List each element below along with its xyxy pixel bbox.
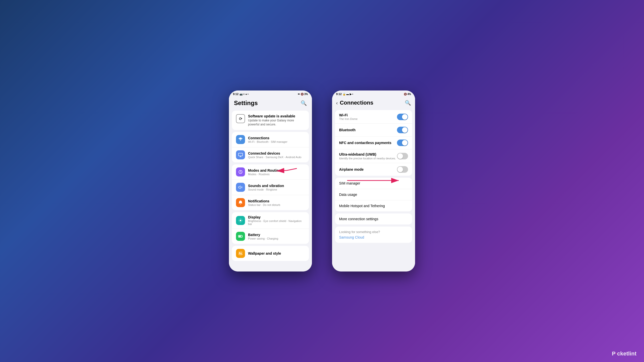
sim-manager-item[interactable]: SIM manager bbox=[335, 178, 412, 189]
signal-icon-right: 🔇 bbox=[404, 93, 407, 96]
notifications-title: Notifications bbox=[248, 199, 280, 203]
more-settings-group: More connection settings bbox=[335, 213, 412, 224]
uwb-item[interactable]: Ultra-wideband (UWB) Identify the precis… bbox=[335, 149, 412, 163]
hotspot-title: Mobile Hotspot and Tethering bbox=[339, 204, 408, 208]
airplane-text: Airplane mode bbox=[339, 167, 397, 171]
svg-rect-4 bbox=[239, 236, 241, 237]
svg-rect-0 bbox=[238, 153, 243, 156]
time-left: 9:12 bbox=[233, 93, 238, 96]
connections-header: ‹ Connections 🔍 bbox=[332, 97, 415, 108]
update-text: Software update is available Update to m… bbox=[248, 114, 305, 126]
connections-screen: ‹ Connections 🔍 Wi-Fi The Iron Dome bbox=[332, 97, 415, 272]
settings-item-modes[interactable]: Modes and Routines Modes · Routines bbox=[232, 164, 309, 180]
notifications-text: Notifications Status bar · Do not distur… bbox=[248, 199, 280, 206]
watermark-dot: · bbox=[616, 350, 617, 357]
wifi-toggle[interactable] bbox=[397, 114, 408, 120]
modes-title: Modes and Routines bbox=[248, 168, 283, 172]
status-time-left: 9:12 📷 ≡ ● • bbox=[233, 93, 249, 96]
bluetooth-text: Bluetooth bbox=[339, 128, 397, 132]
time-right: 9:12 bbox=[336, 93, 342, 96]
update-description: Update to make your Galaxy more powerful… bbox=[248, 119, 305, 126]
hotspot-item[interactable]: Mobile Hotspot and Tethering bbox=[335, 200, 412, 211]
bluetooth-item[interactable]: Bluetooth bbox=[335, 124, 412, 137]
status-bar-left: 9:12 📷 ≡ ● • ✏ 🔇 3% bbox=[229, 90, 312, 97]
display-title: Display bbox=[248, 215, 305, 219]
svg-point-2 bbox=[240, 219, 242, 221]
bluetooth-toggle[interactable] bbox=[397, 127, 408, 133]
status-icons-right: 🔒 ▬ ▶ • bbox=[343, 93, 353, 96]
nfc-toggle[interactable] bbox=[397, 140, 408, 146]
nfc-item[interactable]: NFC and contactless payments bbox=[335, 137, 412, 149]
settings-item-connections[interactable]: Connections Wi-Fi · Bluetooth · SIM mana… bbox=[232, 132, 309, 147]
airplane-toggle[interactable] bbox=[397, 166, 408, 173]
settings-item-battery[interactable]: Battery Power saving · Charging bbox=[232, 229, 309, 244]
settings-item-display[interactable]: Display Brightness · Eye comfort shield … bbox=[232, 212, 309, 229]
sim-manager-title: SIM manager bbox=[339, 181, 408, 185]
watermark: P·cketlint bbox=[612, 350, 636, 357]
more-settings-title: More connection settings bbox=[339, 217, 408, 221]
wifi-text: Wi-Fi The Iron Dome bbox=[339, 113, 397, 120]
back-button[interactable]: ‹ bbox=[336, 100, 338, 106]
samsung-cloud-link[interactable]: Samsung Cloud bbox=[339, 235, 408, 239]
wifi-subtitle: The Iron Dome bbox=[339, 117, 397, 120]
search-icon-left[interactable]: 🔍 bbox=[301, 100, 307, 106]
status-bar-right: 9:12 🔒 ▬ ▶ • 🔇 4% bbox=[332, 90, 415, 97]
uwb-text: Ultra-wideband (UWB) Identify the precis… bbox=[339, 152, 397, 160]
connections-text: Connections Wi-Fi · Bluetooth · SIM mana… bbox=[248, 136, 288, 143]
more-settings-item[interactable]: More connection settings bbox=[335, 213, 412, 224]
phone-connections: 9:12 🔒 ▬ ▶ • 🔇 4% ‹ Connections 🔍 bbox=[332, 90, 415, 272]
battery-right: 4% bbox=[408, 93, 411, 96]
uwb-toggle[interactable] bbox=[397, 153, 408, 159]
bluetooth-title: Bluetooth bbox=[339, 128, 397, 132]
wallpaper-icon bbox=[236, 249, 245, 258]
update-icon: ⟳ bbox=[236, 114, 245, 123]
battery-icon bbox=[236, 232, 245, 241]
looking-group: Looking for something else? Samsung Clou… bbox=[335, 227, 412, 243]
wifi-title: Wi-Fi bbox=[339, 113, 397, 117]
uwb-title: Ultra-wideband (UWB) bbox=[339, 152, 397, 156]
modes-subtitle: Modes · Routines bbox=[248, 173, 283, 176]
uwb-subtitle: Identify the precise location of nearby … bbox=[339, 157, 397, 160]
status-right-right: 🔇 4% bbox=[404, 93, 411, 96]
update-banner[interactable]: ⟳ Software update is available Update to… bbox=[232, 111, 309, 130]
notifications-icon bbox=[236, 198, 245, 207]
display-text: Display Brightness · Eye comfort shield … bbox=[248, 215, 305, 225]
update-title: Software update is available bbox=[248, 114, 305, 118]
settings-group-3: Display Brightness · Eye comfort shield … bbox=[232, 212, 309, 244]
modes-text: Modes and Routines Modes · Routines bbox=[248, 168, 283, 176]
airplane-item[interactable]: Airplane mode bbox=[335, 163, 412, 176]
settings-group-connections: Connections Wi-Fi · Bluetooth · SIM mana… bbox=[232, 132, 309, 162]
settings-title: Settings bbox=[234, 100, 258, 107]
settings-group-4: Wallpaper and style bbox=[232, 246, 309, 261]
wifi-item[interactable]: Wi-Fi The Iron Dome bbox=[335, 110, 412, 124]
svg-rect-5 bbox=[239, 252, 243, 255]
search-icon-right[interactable]: 🔍 bbox=[405, 100, 411, 106]
signal-icon: ✏ 🔇 bbox=[298, 93, 304, 96]
phone-settings: 9:12 📷 ≡ ● • ✏ 🔇 3% Settings 🔍 ⟳ bbox=[229, 90, 312, 272]
connected-devices-icon bbox=[236, 150, 245, 159]
settings-item-notifications[interactable]: Notifications Status bar · Do not distur… bbox=[232, 195, 309, 210]
data-usage-item[interactable]: Data usage bbox=[335, 189, 412, 200]
connections-title: Connections bbox=[248, 136, 288, 140]
battery-left: 3% bbox=[304, 93, 308, 96]
modes-icon bbox=[236, 167, 245, 176]
looking-title: Looking for something else? bbox=[339, 230, 408, 234]
battery-subtitle: Power saving · Charging bbox=[248, 237, 278, 240]
display-subtitle: Brightness · Eye comfort shield · Naviga… bbox=[248, 219, 305, 225]
data-usage-title: Data usage bbox=[339, 193, 408, 197]
nfc-title: NFC and contactless payments bbox=[339, 141, 397, 145]
settings-item-wallpaper[interactable]: Wallpaper and style bbox=[232, 246, 309, 261]
wallpaper-text: Wallpaper and style bbox=[248, 251, 281, 255]
connections-subtitle: Wi-Fi · Bluetooth · SIM manager bbox=[248, 140, 288, 143]
sounds-title: Sounds and vibration bbox=[248, 184, 284, 188]
sounds-subtitle: Sound mode · Ringtone bbox=[248, 188, 284, 191]
settings-group-2: Modes and Routines Modes · Routines Soun bbox=[232, 164, 309, 210]
settings-header: Settings 🔍 bbox=[229, 97, 312, 109]
battery-title: Battery bbox=[248, 233, 278, 237]
status-icons-left: 📷 ≡ ● • bbox=[239, 93, 249, 96]
settings-item-connected-devices[interactable]: Connected devices Quick Share · Samsung … bbox=[232, 147, 309, 162]
connected-devices-subtitle: Quick Share · Samsung DeX · Android Auto bbox=[248, 156, 301, 159]
settings-item-sounds[interactable]: Sounds and vibration Sound mode · Ringto… bbox=[232, 180, 309, 195]
status-time-right: 9:12 🔒 ▬ ▶ • bbox=[336, 93, 353, 96]
sounds-icon bbox=[236, 183, 245, 192]
